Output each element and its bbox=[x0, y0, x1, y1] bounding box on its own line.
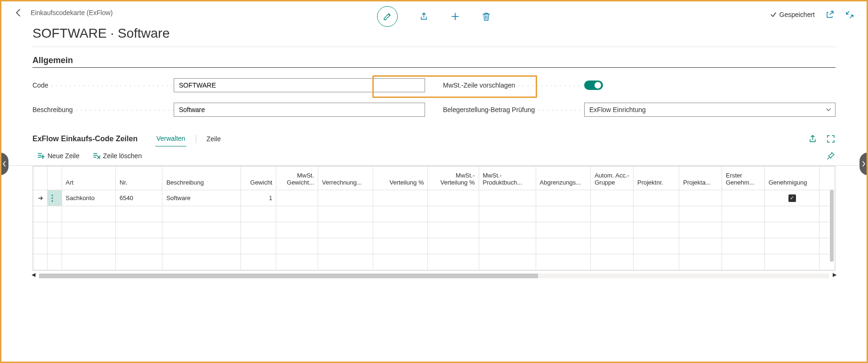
table-row-empty[interactable] bbox=[33, 254, 835, 270]
col-nr[interactable]: Nr. bbox=[116, 167, 162, 190]
cell-mwst-verteilung[interactable] bbox=[428, 190, 479, 206]
table-row-empty[interactable] bbox=[33, 222, 835, 238]
divider bbox=[196, 135, 196, 143]
lines-toolbar: Neue Zeile Zeile löschen bbox=[1, 146, 867, 166]
share-icon bbox=[419, 12, 429, 21]
cell-mwst-produkt[interactable] bbox=[479, 190, 536, 206]
col-mwst-verteilung[interactable]: MwSt.-Verteilung % bbox=[428, 167, 479, 190]
table-header: Art Nr. Beschreibung Gewicht MwSt. Gewic… bbox=[33, 167, 835, 190]
cell-genehmigung[interactable]: ✓ bbox=[764, 190, 820, 206]
new-line-label: Neue Zeile bbox=[48, 152, 80, 160]
cell-projekta[interactable] bbox=[679, 190, 722, 206]
check-icon bbox=[770, 11, 777, 18]
popout-button[interactable] bbox=[825, 10, 835, 19]
desc-input[interactable] bbox=[174, 103, 425, 117]
col-mwst-gewicht[interactable]: MwSt. Gewicht... bbox=[276, 167, 318, 190]
table-row-empty[interactable] bbox=[33, 206, 835, 222]
col-projekta[interactable]: Projekta... bbox=[679, 167, 722, 190]
delete-line-icon bbox=[93, 152, 100, 160]
col-autom-acc[interactable]: Autom. Acc.-Gruppe bbox=[591, 167, 634, 190]
cell-verteilung[interactable] bbox=[373, 190, 428, 206]
delete-line-button[interactable]: Zeile löschen bbox=[93, 152, 142, 160]
delete-button[interactable] bbox=[482, 12, 491, 21]
col-erster-genehm[interactable]: Erster Genehm... bbox=[722, 167, 764, 190]
svg-point-2 bbox=[52, 200, 53, 202]
scroll-left-icon[interactable]: ◀ bbox=[32, 272, 35, 278]
cell-beschreibung[interactable]: Software bbox=[162, 190, 241, 206]
row-selector[interactable] bbox=[33, 190, 48, 206]
new-button[interactable] bbox=[450, 12, 460, 21]
chevron-right-icon bbox=[861, 161, 866, 167]
tab-manage[interactable]: Verwalten bbox=[155, 131, 186, 146]
svg-point-1 bbox=[52, 197, 53, 199]
saved-label: Gespeichert bbox=[780, 11, 815, 18]
cell-nr[interactable]: 6540 bbox=[116, 190, 162, 206]
arrow-right-icon bbox=[37, 195, 44, 202]
doc-amount-label: Belegerstellung-Betrag Prüfung bbox=[443, 106, 584, 113]
section-general: Allgemein Code MwSt.-Zeile vorschlagen B… bbox=[1, 47, 867, 131]
plus-icon bbox=[450, 12, 460, 21]
doc-amount-select[interactable]: ExFlow Einrichtung bbox=[584, 103, 836, 117]
saved-indicator: Gespeichert bbox=[770, 11, 815, 18]
cell-abgrenzung[interactable] bbox=[536, 190, 591, 206]
pin-icon bbox=[827, 152, 835, 160]
vat-suggest-label: MwSt.-Zeile vorschlagen bbox=[443, 81, 584, 89]
lines-share-button[interactable] bbox=[808, 134, 818, 144]
collapse-icon bbox=[845, 10, 854, 19]
trash-icon bbox=[482, 12, 490, 21]
top-right-actions: Gespeichert bbox=[770, 10, 854, 19]
cell-verrechnung[interactable] bbox=[318, 190, 373, 206]
collapse-button[interactable] bbox=[845, 10, 854, 19]
checkbox-checked-icon: ✓ bbox=[788, 194, 796, 202]
col-gewicht[interactable]: Gewicht bbox=[241, 167, 276, 190]
cell-mwst-gewicht[interactable] bbox=[276, 190, 318, 206]
code-input[interactable] bbox=[174, 78, 425, 92]
col-projektnr[interactable]: Projektnr. bbox=[633, 167, 679, 190]
section-title: Allgemein bbox=[32, 56, 836, 68]
edit-button[interactable] bbox=[377, 6, 398, 27]
cell-erster-genehm[interactable] bbox=[722, 190, 764, 206]
lines-table: Art Nr. Beschreibung Gewicht MwSt. Gewic… bbox=[33, 166, 835, 270]
col-beschreibung[interactable]: Beschreibung bbox=[162, 167, 241, 190]
top-center-actions bbox=[377, 6, 491, 27]
col-abgrenzung[interactable]: Abgrenzungs... bbox=[536, 167, 591, 190]
horizontal-scrollbar[interactable]: ◀ ▶ bbox=[32, 273, 836, 279]
col-art[interactable]: Art bbox=[62, 167, 116, 190]
popout-icon bbox=[826, 10, 834, 19]
vat-suggest-toggle[interactable] bbox=[584, 81, 603, 90]
lines-maximize-button[interactable] bbox=[826, 134, 836, 144]
cell-autom-acc[interactable] bbox=[591, 190, 634, 206]
new-line-icon bbox=[37, 152, 45, 160]
more-vertical-icon bbox=[51, 194, 53, 202]
vertical-scrollbar[interactable] bbox=[830, 190, 834, 262]
cell-projektnr[interactable] bbox=[633, 190, 679, 206]
pencil-icon bbox=[383, 12, 392, 21]
back-button[interactable] bbox=[14, 8, 24, 18]
pin-button[interactable] bbox=[826, 151, 836, 161]
code-label: Code bbox=[32, 81, 174, 89]
tab-line[interactable]: Zeile bbox=[206, 131, 222, 146]
scroll-right-icon[interactable]: ▶ bbox=[833, 272, 836, 278]
page-title: SOFTWARE · Software bbox=[1, 24, 867, 47]
new-line-button[interactable]: Neue Zeile bbox=[37, 152, 80, 160]
col-verrechnung[interactable]: Verrechnung... bbox=[318, 167, 373, 190]
col-verteilung[interactable]: Verteilung % bbox=[373, 167, 428, 190]
delete-line-label: Zeile löschen bbox=[103, 152, 142, 160]
maximize-icon bbox=[827, 135, 835, 143]
col-mwst-produkt[interactable]: MwSt.-Produktbuch... bbox=[479, 167, 536, 190]
row-menu[interactable] bbox=[48, 190, 62, 206]
lines-title: ExFlow Einkaufs-Code Zeilen bbox=[32, 135, 137, 143]
cell-art[interactable]: Sachkonto bbox=[62, 190, 116, 206]
next-record-button[interactable] bbox=[860, 153, 868, 175]
lines-header: ExFlow Einkaufs-Code Zeilen Verwalten Ze… bbox=[1, 131, 867, 146]
cell-gewicht[interactable]: 1 bbox=[241, 190, 276, 206]
chevron-left-icon bbox=[2, 161, 7, 167]
table-row-empty[interactable] bbox=[33, 238, 835, 254]
table-row[interactable]: Sachkonto 6540 Software 1 ✓ bbox=[33, 190, 835, 206]
arrow-left-icon bbox=[14, 8, 24, 17]
chevron-down-icon bbox=[826, 107, 831, 113]
col-genehmigung[interactable]: Genehmigung bbox=[764, 167, 820, 190]
desc-label: Beschreibung bbox=[32, 106, 174, 113]
scroll-thumb[interactable] bbox=[39, 274, 538, 278]
share-button[interactable] bbox=[419, 12, 429, 21]
